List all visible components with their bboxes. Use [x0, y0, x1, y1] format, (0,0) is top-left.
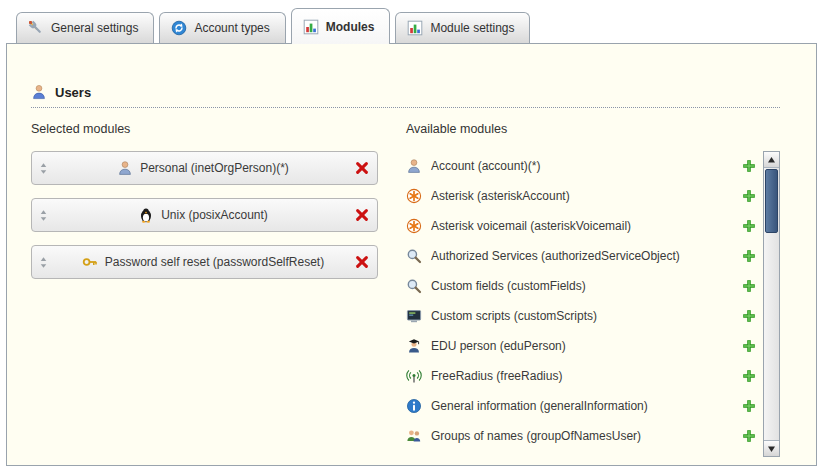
- users-section-title: Users: [7, 44, 816, 100]
- selected-module-row: Password self reset (passwordSelfReset): [31, 245, 378, 279]
- account-types-icon: [171, 20, 187, 36]
- group-icon: [406, 428, 422, 444]
- scroll-up-icon: [767, 156, 776, 164]
- available-module-label: Custom fields (customFields): [431, 279, 731, 293]
- available-module-row: Custom fields (customFields): [406, 271, 759, 301]
- add-icon: [741, 428, 757, 444]
- selected-modules-list: Personal (inetOrgPerson)(*) Unix (posixA…: [31, 151, 406, 279]
- add-module-button[interactable]: [740, 278, 757, 295]
- available-module-row: FreeRadius (freeRadius): [406, 361, 759, 391]
- add-icon: [741, 188, 757, 204]
- tab-label: General settings: [51, 21, 138, 35]
- available-module-row: Groups of names (groupOfNamesUser): [406, 421, 759, 451]
- asterisk-icon: [406, 188, 422, 204]
- add-icon: [741, 308, 757, 324]
- available-module-row: Asterisk voicemail (asteriskVoicemail): [406, 211, 759, 241]
- delete-icon: [354, 207, 370, 223]
- available-modules-column: Available modules Account (account)(*) A…: [406, 122, 780, 465]
- add-icon: [741, 368, 757, 384]
- available-module-label: Custom scripts (customScripts): [431, 309, 731, 323]
- tab-modules[interactable]: Modules: [291, 8, 391, 44]
- available-module-label: General information (generalInformation): [431, 399, 731, 413]
- selected-module-row: Personal (inetOrgPerson)(*): [31, 151, 378, 185]
- available-modules-scrollbar[interactable]: [763, 151, 780, 457]
- delete-icon: [354, 254, 370, 270]
- selected-modules-heading: Selected modules: [31, 122, 406, 136]
- scroll-down-icon: [767, 445, 776, 453]
- available-module-label: Account (account)(*): [431, 159, 731, 173]
- add-module-button[interactable]: [740, 158, 757, 175]
- remove-module-button[interactable]: [353, 206, 371, 224]
- add-module-button[interactable]: [740, 398, 757, 415]
- magnifier-icon: [406, 278, 422, 294]
- add-module-button[interactable]: [740, 368, 757, 385]
- person-icon: [117, 160, 133, 176]
- drag-icon: [37, 208, 50, 223]
- scrollbar-up-button[interactable]: [764, 152, 779, 168]
- tab-account-types[interactable]: Account types: [159, 12, 285, 43]
- available-module-label: EDU person (eduPerson): [431, 339, 731, 353]
- asterisk-icon: [406, 218, 422, 234]
- add-icon: [741, 398, 757, 414]
- add-icon: [741, 338, 757, 354]
- delete-icon: [354, 160, 370, 176]
- drag-icon: [37, 255, 50, 270]
- available-modules-wrap: Account (account)(*) Asterisk (asteriskA…: [406, 151, 780, 457]
- users-icon: [31, 84, 47, 100]
- modules-panel: Users Selected modules Personal (inetOrg…: [6, 43, 817, 466]
- available-module-label: Authorized Services (authorizedServiceOb…: [431, 249, 731, 263]
- scrollbar-thumb[interactable]: [765, 169, 778, 233]
- available-modules-list: Account (account)(*) Asterisk (asteriskA…: [406, 151, 763, 457]
- available-module-row: Authorized Services (authorizedServiceOb…: [406, 241, 759, 271]
- key-icon: [82, 254, 98, 270]
- users-section-label: Users: [55, 85, 91, 100]
- add-icon: [741, 248, 757, 264]
- screen-icon: [406, 308, 422, 324]
- tab-label: Module settings: [430, 21, 514, 35]
- add-module-button[interactable]: [740, 308, 757, 325]
- drag-handle[interactable]: [37, 161, 53, 176]
- available-module-label: Asterisk voicemail (asteriskVoicemail): [431, 219, 731, 233]
- available-modules-heading: Available modules: [406, 122, 780, 136]
- remove-module-button[interactable]: [353, 159, 371, 177]
- available-module-label: Asterisk (asteriskAccount): [431, 189, 731, 203]
- selected-module-label: Personal (inetOrgPerson)(*): [140, 161, 289, 175]
- person-icon: [406, 158, 422, 174]
- add-module-button[interactable]: [740, 428, 757, 445]
- selected-module-label: Unix (posixAccount): [161, 208, 268, 222]
- tab-general-settings[interactable]: General settings: [16, 12, 154, 43]
- info-icon: [406, 398, 422, 414]
- remove-module-button[interactable]: [353, 253, 371, 271]
- add-module-button[interactable]: [740, 218, 757, 235]
- drag-handle[interactable]: [37, 208, 53, 223]
- tab-label: Modules: [326, 20, 375, 34]
- available-module-row: Custom scripts (customScripts): [406, 301, 759, 331]
- tab-label: Account types: [194, 21, 269, 35]
- add-module-button[interactable]: [740, 248, 757, 265]
- available-module-row: Asterisk (asteriskAccount): [406, 181, 759, 211]
- add-module-button[interactable]: [740, 188, 757, 205]
- tools-icon: [28, 20, 44, 36]
- tab-module-settings[interactable]: Module settings: [395, 12, 530, 43]
- chart-icon: [303, 19, 319, 35]
- available-module-label: Groups of names (groupOfNamesUser): [431, 429, 731, 443]
- chart-icon: [407, 20, 423, 36]
- drag-icon: [37, 161, 50, 176]
- penguin-icon: [138, 207, 154, 223]
- scrollbar-down-button[interactable]: [764, 440, 779, 456]
- radio-icon: [406, 368, 422, 384]
- modules-columns: Selected modules Personal (inetOrgPerson…: [7, 108, 816, 465]
- selected-modules-column: Selected modules Personal (inetOrgPerson…: [31, 122, 406, 465]
- lam-configuration-page: General settings Account types Modules M…: [0, 0, 823, 474]
- add-icon: [741, 278, 757, 294]
- add-module-button[interactable]: [740, 338, 757, 355]
- tab-bar: General settings Account types Modules M…: [6, 0, 817, 43]
- magnifier-icon: [406, 248, 422, 264]
- available-module-label: FreeRadius (freeRadius): [431, 369, 731, 383]
- available-module-row: EDU person (eduPerson): [406, 331, 759, 361]
- available-module-row: Account (account)(*): [406, 151, 759, 181]
- available-module-row: General information (generalInformation): [406, 391, 759, 421]
- selected-module-row: Unix (posixAccount): [31, 198, 378, 232]
- add-icon: [741, 158, 757, 174]
- drag-handle[interactable]: [37, 255, 53, 270]
